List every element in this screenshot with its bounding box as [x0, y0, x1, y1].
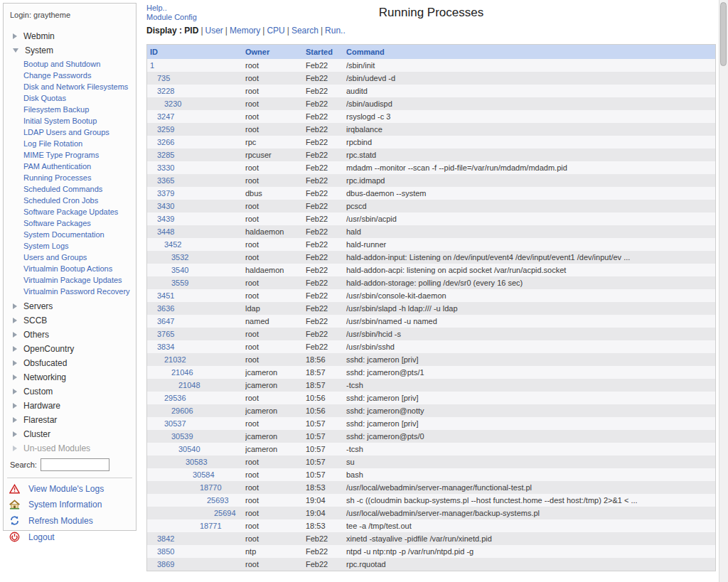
- process-id-link[interactable]: 3765: [157, 330, 174, 338]
- sidebar-category-hardware[interactable]: Hardware: [4, 399, 136, 413]
- process-id-link[interactable]: 18770: [200, 483, 222, 492]
- sidebar-category-un-used-modules[interactable]: Un-used Modules: [4, 441, 136, 456]
- sidebar-item-scheduled-cron-jobs[interactable]: Scheduled Cron Jobs: [23, 195, 136, 206]
- scrollbar-thumb[interactable]: [720, 2, 727, 66]
- process-id-link[interactable]: 1: [150, 61, 154, 70]
- process-id-link[interactable]: 25693: [207, 496, 229, 505]
- sidebar-item-ldap-users-and-groups[interactable]: LDAP Users and Groups: [23, 126, 136, 138]
- process-id-link[interactable]: 30540: [178, 445, 200, 453]
- process-id-link[interactable]: 3647: [157, 317, 174, 325]
- sidebar-category-networking[interactable]: Networking: [4, 370, 136, 384]
- display-mode-user[interactable]: User: [205, 26, 223, 36]
- process-id-link[interactable]: 3842: [157, 534, 174, 543]
- search-input[interactable]: [41, 458, 109, 471]
- sidebar-item-software-packages[interactable]: Software Packages: [23, 217, 136, 229]
- sidebar-item-disk-quotas[interactable]: Disk Quotas: [23, 92, 136, 104]
- process-id-link[interactable]: 29606: [171, 406, 193, 415]
- process-id-link[interactable]: 3430: [157, 202, 174, 210]
- sidebar-category-sccb[interactable]: SCCB: [4, 313, 136, 328]
- process-row: 21046jcameron18:57sshd: jcameron@pts/1: [147, 366, 715, 379]
- sidebar-category-obsfucated[interactable]: Obsfucated: [4, 356, 136, 370]
- sidebar-category-webmin[interactable]: Webmin: [4, 29, 136, 43]
- logout-link[interactable]: Logout: [9, 532, 136, 542]
- sidebar-item-virtualmin-bootup-actions[interactable]: Virtualmin Bootup Actions: [23, 263, 136, 274]
- display-mode-run[interactable]: Run..: [325, 26, 346, 36]
- system-information-link[interactable]: System Information: [9, 500, 136, 510]
- display-mode-memory[interactable]: Memory: [230, 26, 260, 36]
- sidebar-item-filesystem-backup[interactable]: Filesystem Backup: [23, 104, 136, 115]
- sidebar-category-servers[interactable]: Servers: [4, 299, 136, 313]
- sidebar-item-scheduled-commands[interactable]: Scheduled Commands: [23, 183, 136, 195]
- owner-cell: root: [245, 458, 306, 466]
- sidebar-item-bootup-and-shutdown[interactable]: Bootup and Shutdown: [23, 58, 136, 70]
- sidebar-category-others[interactable]: Others: [4, 328, 136, 342]
- process-id-link[interactable]: 3636: [157, 304, 174, 313]
- sidebar-category-flarestar[interactable]: Flarestar: [4, 413, 136, 427]
- sidebar-item-virtualmin-password-recovery[interactable]: Virtualmin Password Recovery: [23, 286, 136, 297]
- process-id-link[interactable]: 30537: [164, 419, 186, 428]
- process-id-link[interactable]: 29536: [164, 394, 186, 402]
- process-row: 3379dbusFeb22dbus-daemon --system: [147, 187, 715, 200]
- process-id-link[interactable]: 3439: [157, 215, 174, 223]
- process-id-link[interactable]: 3834: [157, 343, 174, 351]
- process-id-link[interactable]: 3365: [157, 176, 174, 185]
- sidebar-category-opencountry[interactable]: OpenCountry: [4, 342, 136, 356]
- sidebar-item-system-documentation[interactable]: System Documentation: [23, 229, 136, 240]
- process-id-link[interactable]: 21032: [164, 355, 186, 364]
- sidebar-item-log-file-rotation[interactable]: Log File Rotation: [23, 138, 136, 149]
- process-id-link[interactable]: 3448: [157, 227, 174, 236]
- sidebar-item-running-processes[interactable]: Running Processes: [23, 172, 136, 183]
- process-id-link[interactable]: 3869: [157, 560, 174, 568]
- process-id-link[interactable]: 3230: [164, 99, 181, 108]
- view-module-s-logs-link[interactable]: View Module's Logs: [9, 484, 136, 494]
- pid-cell: 3330: [147, 163, 245, 172]
- process-id-link[interactable]: 3379: [157, 189, 174, 198]
- process-id-link[interactable]: 30584: [193, 470, 215, 479]
- sidebar-item-change-passwords[interactable]: Change Passwords: [23, 70, 136, 81]
- process-id-link[interactable]: 21046: [171, 368, 193, 377]
- sidebar-item-virtualmin-package-updates[interactable]: Virtualmin Package Updates: [23, 274, 136, 286]
- sidebar-item-system-logs[interactable]: System Logs: [23, 240, 136, 252]
- category-label: Hardware: [23, 401, 60, 411]
- process-id-link[interactable]: 3330: [157, 163, 174, 172]
- sidebar-item-initial-system-bootup[interactable]: Initial System Bootup: [23, 115, 136, 126]
- process-id-link[interactable]: 3228: [157, 87, 174, 95]
- display-mode-search[interactable]: Search: [291, 26, 318, 36]
- process-id-link[interactable]: 18771: [200, 522, 222, 530]
- sidebar-category-system[interactable]: System: [4, 43, 136, 58]
- process-id-link[interactable]: 30539: [171, 432, 193, 441]
- display-separator: |: [225, 26, 228, 36]
- process-id-link[interactable]: 3266: [157, 138, 174, 146]
- sidebar-category-cluster[interactable]: Cluster: [4, 427, 136, 441]
- column-header-id: ID: [147, 48, 245, 56]
- pid-cell: 21032: [147, 355, 245, 364]
- sidebar-item-mime-type-programs[interactable]: MIME Type Programs: [23, 149, 136, 161]
- process-id-link[interactable]: 3850: [157, 547, 174, 556]
- display-mode-cpu[interactable]: CPU: [267, 26, 284, 36]
- started-cell: Feb22: [306, 74, 346, 82]
- sidebar-item-software-package-updates[interactable]: Software Package Updates: [23, 206, 136, 217]
- process-id-link[interactable]: 30583: [186, 458, 208, 466]
- sidebar-item-pam-authentication[interactable]: PAM Authentication: [23, 161, 136, 172]
- process-id-link[interactable]: 21048: [178, 381, 200, 389]
- process-id-link[interactable]: 3532: [171, 253, 188, 262]
- category-label: Networking: [23, 372, 66, 382]
- process-id-link[interactable]: 3285: [157, 151, 174, 159]
- sidebar-item-disk-and-network-filesystems[interactable]: Disk and Network Filesystems: [23, 81, 136, 92]
- command-cell: rpc.rquotad: [346, 560, 715, 568]
- sidebar-category-custom[interactable]: Custom: [4, 384, 136, 399]
- process-id-link[interactable]: 3540: [171, 266, 188, 274]
- process-id-link[interactable]: 3247: [157, 112, 174, 121]
- command-cell: -tcsh: [346, 445, 715, 453]
- process-id-link[interactable]: 3451: [157, 291, 174, 300]
- process-id-link[interactable]: 3559: [171, 279, 188, 287]
- owner-cell: root: [245, 215, 306, 223]
- sidebar-item-users-and-groups[interactable]: Users and Groups: [23, 252, 136, 263]
- refresh-modules-link[interactable]: Refresh Modules: [9, 515, 136, 526]
- process-id-link[interactable]: 3452: [164, 240, 181, 249]
- scrollbar[interactable]: [719, 0, 728, 582]
- process-id-link[interactable]: 3259: [157, 125, 174, 134]
- display-current-mode: PID: [184, 26, 198, 36]
- process-id-link[interactable]: 735: [157, 74, 170, 82]
- process-id-link[interactable]: 25694: [214, 509, 236, 517]
